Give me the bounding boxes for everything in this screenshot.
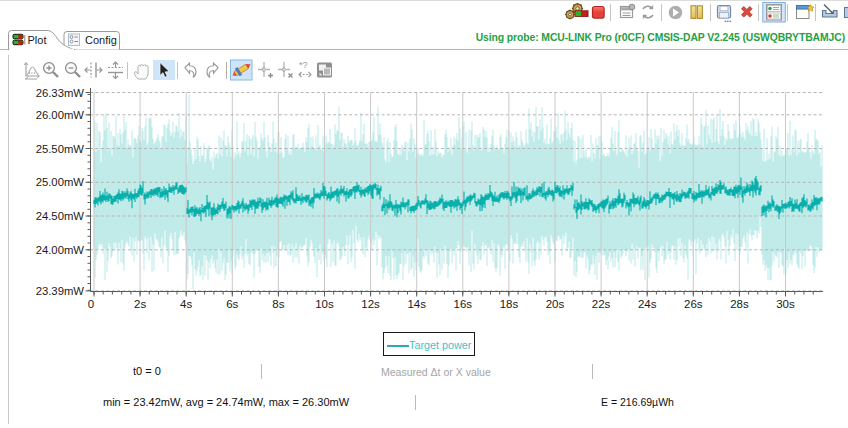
svg-text:30s: 30s [776, 298, 795, 310]
svg-text:2s: 2s [134, 298, 146, 310]
svg-text:16s: 16s [454, 298, 473, 310]
svg-text:26.00mW: 26.00mW [36, 109, 85, 121]
svg-text:12s: 12s [361, 298, 380, 310]
svg-text:14s: 14s [407, 298, 426, 310]
svg-text:24s: 24s [638, 298, 657, 310]
svg-text:6s: 6s [226, 298, 238, 310]
svg-text:18s: 18s [500, 298, 519, 310]
svg-text:10s: 10s [315, 298, 334, 310]
svg-text:0: 0 [88, 298, 94, 310]
svg-text:23.39mW: 23.39mW [36, 285, 85, 297]
svg-text:25.50mW: 25.50mW [36, 143, 85, 155]
svg-text:28s: 28s [730, 298, 749, 310]
svg-text:22s: 22s [592, 298, 611, 310]
svg-text:24.00mW: 24.00mW [36, 244, 85, 256]
svg-text:25.00mW: 25.00mW [36, 176, 85, 188]
svg-text:24.50mW: 24.50mW [36, 210, 85, 222]
svg-text:20s: 20s [546, 298, 565, 310]
svg-text:4s: 4s [180, 298, 192, 310]
svg-text:8s: 8s [272, 298, 284, 310]
svg-text:26s: 26s [684, 298, 703, 310]
svg-text:26.33mW: 26.33mW [36, 87, 85, 99]
